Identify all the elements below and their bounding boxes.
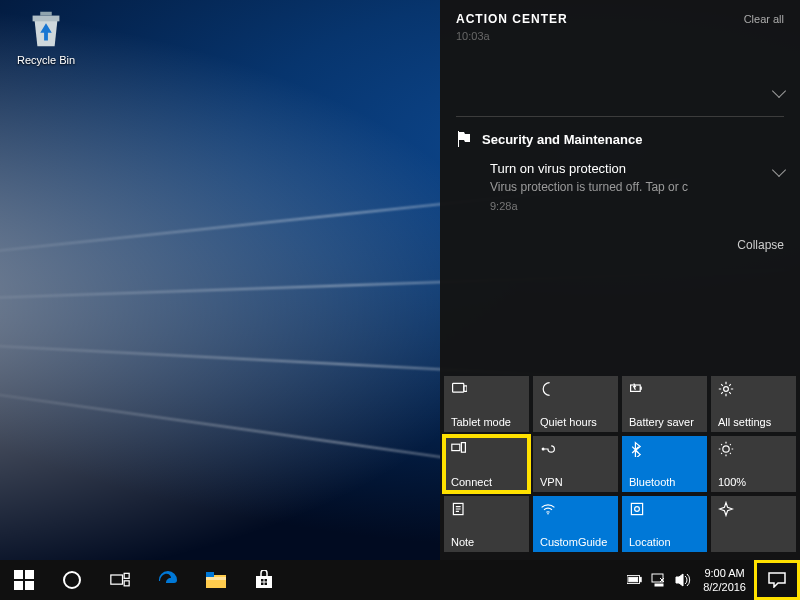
svg-rect-25 [261,579,264,582]
svg-rect-24 [256,576,272,588]
svg-rect-33 [655,584,663,586]
svg-point-8 [723,446,729,452]
svg-rect-13 [14,570,23,579]
tile-battery-saver[interactable]: Battery saver [622,376,707,432]
tile-label: Connect [451,476,522,488]
tile-label: CustomGuide [540,536,611,548]
svg-rect-18 [111,575,123,584]
tile-label: VPN [540,476,611,488]
svg-rect-28 [265,583,268,586]
recycle-bin-label: Recycle Bin [10,54,82,66]
previous-notification-expand[interactable] [440,42,800,108]
previous-notification-time: 10:03a [440,30,800,42]
svg-point-17 [64,572,80,588]
notification-expand[interactable] [764,161,784,179]
svg-rect-6 [461,443,465,453]
tile-customguide[interactable]: CustomGuide [533,496,618,552]
location-icon [629,501,700,519]
edge-button[interactable] [144,560,192,600]
moon-icon [540,381,611,399]
tablet-icon [451,381,522,399]
tile-label: Battery saver [629,416,700,428]
notification-group[interactable]: Security and Maintenance Turn on virus p… [440,117,800,218]
taskbar-clock[interactable]: 9:00 AM 8/2/2016 [695,566,754,594]
svg-rect-27 [261,583,264,586]
svg-rect-0 [453,383,464,392]
tray-network-icon[interactable] [647,560,671,600]
file-explorer-button[interactable] [192,560,240,600]
note-icon [451,501,522,519]
airplane-icon [718,501,789,519]
svg-rect-1 [464,386,467,392]
clear-all-button[interactable]: Clear all [744,13,784,25]
recycle-bin-icon [23,6,69,52]
svg-rect-14 [25,570,34,579]
svg-rect-20 [124,581,129,586]
action-center-panel: ACTION CENTER Clear all 10:03a Security … [440,0,800,560]
svg-point-12 [635,507,640,512]
svg-rect-23 [206,577,226,580]
notification-title: Turn on virus protection [490,161,764,176]
brightness-icon [718,441,789,459]
tile-location[interactable]: Location [622,496,707,552]
vpn-icon [540,441,611,459]
notification-time: 9:28a [490,200,764,212]
tile-label: Location [629,536,700,548]
svg-rect-26 [265,579,268,582]
svg-rect-30 [640,577,642,581]
svg-rect-3 [640,387,642,390]
tile-tablet-mode[interactable]: Tablet mode [444,376,529,432]
battery-icon [629,381,700,399]
tile-label: Bluetooth [629,476,700,488]
notification-source: Security and Maintenance [482,132,642,147]
quick-action-tiles: Tablet modeQuiet hoursBattery saverAll s… [440,376,800,560]
bluetooth-icon [629,441,700,459]
tile-label: Note [451,536,522,548]
tile-airplane[interactable] [711,496,796,552]
store-button[interactable] [240,560,288,600]
svg-rect-16 [25,581,34,590]
wifi-icon [540,501,611,519]
tile-note[interactable]: Note [444,496,529,552]
tile-connect[interactable]: Connect [444,436,529,492]
start-button[interactable] [0,560,48,600]
flag-icon [456,131,472,147]
action-center-title: ACTION CENTER [456,12,568,26]
connect-icon [451,441,522,459]
tile-label: Tablet mode [451,416,522,428]
svg-rect-22 [206,572,214,577]
tile-100%[interactable]: 100% [711,436,796,492]
taskbar-time: 9:00 AM [703,566,746,580]
tile-all-settings[interactable]: All settings [711,376,796,432]
taskbar-date: 8/2/2016 [703,580,746,594]
tile-label: All settings [718,416,789,428]
gear-icon [718,381,789,399]
tray-volume-icon[interactable] [671,560,695,600]
svg-rect-15 [14,581,23,590]
recycle-bin[interactable]: Recycle Bin [10,6,82,66]
taskbar: 9:00 AM 8/2/2016 [0,560,800,600]
tile-bluetooth[interactable]: Bluetooth [622,436,707,492]
svg-rect-5 [452,444,460,450]
cortana-button[interactable] [48,560,96,600]
tile-label: Quiet hours [540,416,611,428]
svg-rect-11 [631,503,642,514]
tile-quiet-hours[interactable]: Quiet hours [533,376,618,432]
tile-label: 100% [718,476,789,488]
svg-rect-31 [629,577,638,581]
tile-vpn[interactable]: VPN [533,436,618,492]
svg-rect-19 [124,573,129,578]
svg-point-10 [547,513,549,515]
tray-battery-icon[interactable] [623,560,647,600]
svg-point-7 [542,447,545,450]
action-center-button[interactable] [754,560,800,600]
task-view-button[interactable] [96,560,144,600]
svg-point-4 [724,387,729,392]
notification-description: Virus protection is turned off. Tap or c [490,180,764,194]
collapse-button[interactable]: Collapse [440,218,800,258]
